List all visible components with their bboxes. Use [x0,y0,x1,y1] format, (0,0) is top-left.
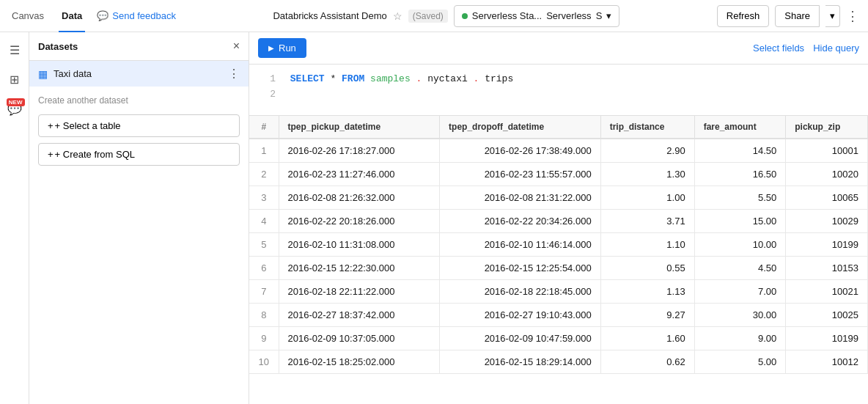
header-left: Canvas Data 💬 Send feedback [9,0,176,32]
table-cell: 2016-02-08 21:31:22.000 [440,186,601,210]
plus-icon: + [48,120,54,131]
select-table-button[interactable]: + + Select a table [38,114,240,137]
table-cell: 5.00 [694,350,786,374]
serverless-label: Serverless [546,10,591,21]
column-header-tpep_pickup_datetime: tpep_pickup_datetime [279,116,440,139]
sidebar-title: Datasets [38,41,78,52]
table-cell: 2016-02-09 10:37:05.000 [279,327,440,350]
column-header-pickup_zip: pickup_zip [786,116,868,139]
table-cell: 3.71 [600,210,694,233]
tab-canvas[interactable]: Canvas [9,0,47,32]
play-icon: ▶ [268,44,274,52]
hide-query-link[interactable]: Hide query [813,43,859,54]
tab-data[interactable]: Data [59,0,85,32]
table-row: 42016-02-22 20:18:26.0002016-02-22 20:34… [249,210,868,233]
table-cell: 2016-02-26 17:38:49.000 [440,139,601,163]
sql-line-2: 2 [261,87,856,103]
serverless-selector[interactable]: Serverless Sta... Serverless S ▾ [454,5,619,27]
table-cell: 10199 [786,233,868,257]
serverless-name: Serverless Sta... [472,10,542,21]
table-cell: 3 [249,186,279,210]
table-cell: 9 [249,327,279,350]
table-row: 92016-02-09 10:37:05.0002016-02-09 10:47… [249,327,868,350]
kebab-icon: ⋮ [846,8,859,24]
sidebar-toggle-button[interactable]: ☰ [3,38,26,62]
sidebar: Datasets × ▦ Taxi data ⋮ Create another … [29,32,249,404]
star-icon[interactable]: ☆ [393,10,402,22]
sql-select-keyword: SELECT [290,73,325,84]
table-cell: 2016-02-22 20:18:26.000 [279,210,440,233]
table-body: 12016-02-26 17:18:27.0002016-02-26 17:38… [249,139,868,374]
table-cell: 2016-02-23 11:55:57.000 [440,163,601,186]
table-cell: 0.62 [600,350,694,374]
table-cell: 10199 [786,327,868,350]
table-cell: 10021 [786,280,868,304]
table-cell: 10025 [786,304,868,327]
more-options-button[interactable]: ⋮ [846,8,859,24]
table-cell: 10020 [786,163,868,186]
dataset-item[interactable]: ▦ Taxi data ⋮ [29,61,249,87]
table-cell: 10065 [786,186,868,210]
table-cell: 2016-02-27 19:10:43.000 [440,304,601,327]
table-cell: 4.50 [694,257,786,280]
table-cell: 2016-02-15 12:25:54.000 [440,257,601,280]
saved-badge: (Saved) [408,10,448,23]
table-row: 12016-02-26 17:18:27.0002016-02-26 17:38… [249,139,868,163]
table-cell: 7 [249,280,279,304]
table-cell: 5.50 [694,186,786,210]
column-header-fare_amount: fare_amount [694,116,786,139]
table-cell: 4 [249,210,279,233]
content-area: ▶ Run Select fields Hide query 1 SELECT … [249,32,868,404]
query-toolbar-left: ▶ Run [258,38,306,58]
chevron-down-icon: ▾ [830,10,835,21]
share-button[interactable]: Share [775,5,820,27]
feedback-icon: 💬 [97,10,108,21]
sql-editor[interactable]: 1 SELECT * FROM samples . nyctaxi . trip… [249,65,868,116]
data-table-container: #tpep_pickup_datetimetpep_dropoff_dateti… [249,116,868,404]
plus-icon: + [48,149,54,160]
table-cell: 2016-02-26 17:18:27.000 [279,139,440,163]
icon-bar: ☰ ⊞ 💬 NEW [0,32,29,404]
chevron-down-icon: ▾ [606,10,611,21]
table-cell: 2016-02-23 11:27:46.000 [279,163,440,186]
run-button[interactable]: ▶ Run [258,38,306,58]
dataset-name: Taxi data [54,68,92,79]
table-cell: 1.30 [600,163,694,186]
assistant-icon-button[interactable]: 💬 NEW [3,97,26,120]
table-cell: 2016-02-27 18:37:42.000 [279,304,440,327]
app-title: Databricks Assistant Demo [273,10,386,21]
table-row: 82016-02-27 18:37:42.0002016-02-27 19:10… [249,304,868,327]
sidebar-close-button[interactable]: × [233,40,240,53]
sql-from-keyword: FROM [342,73,364,84]
table-cell: 2 [249,163,279,186]
line-number-2: 2 [261,87,276,103]
table-cell: 15.00 [694,210,786,233]
refresh-button[interactable]: Refresh [717,5,770,27]
table-cell: 5 [249,233,279,257]
table-cell: 2016-02-10 11:31:08.000 [279,233,440,257]
table-cell: 1.10 [600,233,694,257]
create-label: Create another dataset [38,95,240,106]
table-cell: 2016-02-15 18:25:02.000 [279,350,440,374]
dataset-menu-button[interactable]: ⋮ [228,67,240,81]
table-row: 52016-02-10 11:31:08.0002016-02-10 11:46… [249,233,868,257]
table-cell: 1.60 [600,327,694,350]
table-row: 32016-02-08 21:26:32.0002016-02-08 21:31… [249,186,868,210]
datasets-icon-button[interactable]: ⊞ [3,67,26,91]
header-center: Databricks Assistant Demo ☆ (Saved) Serv… [188,5,705,27]
dataset-table-icon: ▦ [38,68,48,80]
table-cell: 1.00 [600,186,694,210]
serverless-status-dot [462,13,468,19]
create-from-sql-button[interactable]: + + Create from SQL [38,143,240,166]
main-layout: ☰ ⊞ 💬 NEW Datasets × ▦ Taxi data ⋮ Creat… [0,32,868,404]
send-feedback-button[interactable]: 💬 Send feedback [97,10,176,21]
column-header-tpep_dropoff_datetime: tpep_dropoff_datetime [440,116,601,139]
table-cell: 2.90 [600,139,694,163]
table-cell: 30.00 [694,304,786,327]
column-header-#: # [249,116,279,139]
table-cell: 16.50 [694,163,786,186]
share-caret-button[interactable]: ▾ [825,5,840,27]
table-cell: 2016-02-18 22:11:22.000 [279,280,440,304]
select-fields-link[interactable]: Select fields [753,43,804,54]
table-header: #tpep_pickup_datetimetpep_dropoff_dateti… [249,116,868,139]
